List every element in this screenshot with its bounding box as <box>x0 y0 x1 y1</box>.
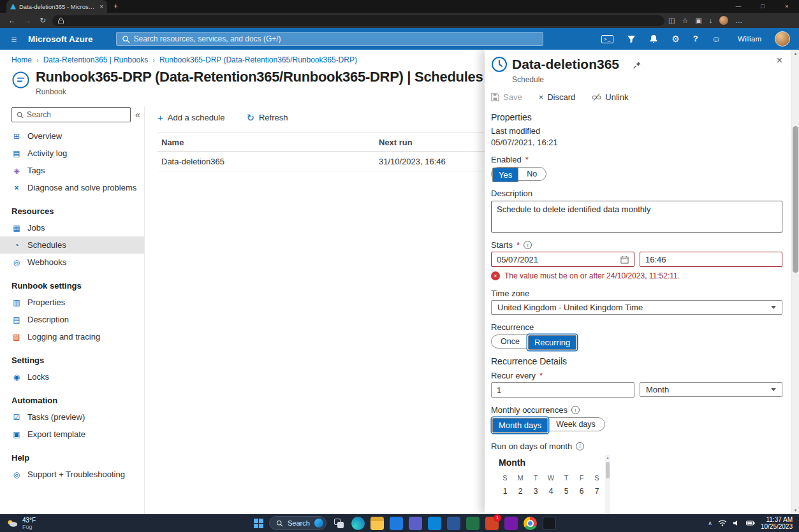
sidebar-collapse-icon[interactable]: « <box>135 110 140 120</box>
breadcrumb-runbooks[interactable]: Data-Retention365 | Runbooks <box>43 55 149 64</box>
azure-search-input[interactable] <box>134 34 538 43</box>
refresh-button[interactable]: ↻ Refresh <box>246 113 288 122</box>
sidebar-item-overview[interactable]: ⊞Overview <box>0 127 144 145</box>
weather-widget[interactable]: 43°F Fog <box>0 517 36 530</box>
sidebar-item-webhooks[interactable]: ◎Webhooks <box>0 254 144 271</box>
start-button[interactable] <box>254 519 263 528</box>
task-view-icon[interactable] <box>332 517 346 530</box>
portal-menu-icon[interactable]: ≡ <box>0 34 28 45</box>
save-button[interactable]: Save <box>491 92 522 102</box>
sidebar-item-support[interactable]: ◎Support + Troubleshooting <box>0 466 144 483</box>
sidebar-item-export-template[interactable]: ▣Export template <box>0 426 144 443</box>
sidebar-item-jobs[interactable]: ▦Jobs <box>0 219 144 236</box>
calendar-scrollbar[interactable]: ▲ <box>605 455 610 514</box>
powerpoint-icon[interactable]: 1 <box>485 517 499 530</box>
help-icon[interactable]: ? <box>693 34 698 43</box>
address-bar[interactable] <box>52 15 664 26</box>
notifications-bell-icon[interactable] <box>649 34 658 43</box>
settings-gear-icon[interactable]: ⚙ <box>671 34 680 43</box>
sidebar-item-activity-log[interactable]: ▤Activity log <box>0 145 144 162</box>
collections-icon[interactable]: ▣ <box>695 17 701 25</box>
sidebar-item-description[interactable]: ▤Description <box>0 311 144 328</box>
recur-every-field[interactable] <box>491 382 634 398</box>
browser-profile-avatar[interactable] <box>719 16 728 25</box>
excel-icon[interactable] <box>466 517 480 530</box>
recur-unit-select[interactable]: Month <box>640 382 782 397</box>
day-cell[interactable]: 2 <box>513 487 528 496</box>
sidebar-item-logging[interactable]: ▧Logging and tracing <box>0 328 144 345</box>
sidebar-item-diagnose[interactable]: ×Diagnose and solve problems <box>0 179 144 196</box>
start-date-field[interactable] <box>491 252 634 267</box>
sidebar-item-properties[interactable]: ▥Properties <box>0 294 144 311</box>
day-cell[interactable]: 4 <box>543 487 559 496</box>
outlook-icon[interactable] <box>428 517 441 530</box>
panel-close-button[interactable]: × <box>777 55 782 66</box>
battery-icon[interactable] <box>746 521 755 526</box>
clock-widget[interactable]: 11:37 AM 10/25/2023 <box>761 516 793 530</box>
chrome-icon[interactable] <box>524 517 537 530</box>
window-close-button[interactable]: × <box>775 0 799 13</box>
sidebar-item-schedules[interactable]: ◔Schedules <box>0 236 144 254</box>
scrollbar-thumb[interactable] <box>606 462 610 478</box>
scroll-up-icon[interactable]: ▲ <box>791 50 799 57</box>
breadcrumb-current[interactable]: Runbook365-DRP (Data-Retention365/Runboo… <box>159 55 357 64</box>
window-minimize-button[interactable]: — <box>726 0 751 13</box>
terminal-icon[interactable] <box>543 517 556 530</box>
feedback-smiley-icon[interactable]: ☺ <box>712 34 721 43</box>
day-cell[interactable]: 3 <box>528 487 543 496</box>
recurrence-recurring-option[interactable]: Recurring <box>528 335 576 350</box>
directory-filter-icon[interactable] <box>627 35 636 43</box>
browser-menu-icon[interactable]: … <box>735 17 742 24</box>
breadcrumb-home[interactable]: Home <box>11 55 32 64</box>
calendar-icon[interactable] <box>620 255 629 264</box>
day-cell[interactable]: 7 <box>589 487 605 496</box>
monthly-month-days-option[interactable]: Month days <box>492 418 548 433</box>
discard-button[interactable]: × Discard <box>539 92 576 102</box>
scroll-up-icon[interactable]: ▲ <box>605 455 610 461</box>
info-icon[interactable]: i <box>524 241 532 249</box>
azure-search-box[interactable] <box>116 32 543 46</box>
word-icon[interactable] <box>447 517 460 530</box>
cloud-shell-icon[interactable]: >_ <box>601 35 613 43</box>
unlink-button[interactable]: Unlink <box>592 92 628 102</box>
sidebar-search-box[interactable] <box>11 107 131 122</box>
browser-refresh-button[interactable]: ↻ <box>37 16 48 25</box>
tray-expand-icon[interactable]: ∧ <box>708 520 712 526</box>
panel-pin-icon[interactable] <box>633 61 641 69</box>
new-tab-button[interactable]: + <box>114 2 118 11</box>
taskbar-search[interactable]: Search <box>269 516 326 530</box>
add-schedule-button[interactable]: + Add a schedule <box>158 113 224 122</box>
info-icon[interactable]: i <box>576 442 584 450</box>
recur-every-input[interactable] <box>497 385 629 395</box>
start-date-input[interactable] <box>497 255 620 264</box>
browser-tab[interactable]: Data-deletion365 - Microsoft A × <box>6 0 107 13</box>
onenote-icon[interactable] <box>504 517 518 530</box>
scrollbar-thumb[interactable] <box>793 126 798 273</box>
volume-icon[interactable] <box>733 520 740 526</box>
sidebar-item-tasks-preview[interactable]: ☑Tasks (preview) <box>0 408 144 426</box>
column-header-next-run[interactable]: Next run <box>379 138 413 147</box>
page-scrollbar[interactable]: ▲ ▼ <box>791 50 799 514</box>
day-cell[interactable]: 1 <box>497 487 513 496</box>
column-header-name[interactable]: Name <box>158 138 379 147</box>
monthly-week-days-option[interactable]: Week days <box>548 418 604 431</box>
scroll-down-icon[interactable]: ▼ <box>791 507 799 514</box>
forward-button[interactable]: → <box>22 16 33 25</box>
azure-brand[interactable]: Microsoft Azure <box>28 34 93 44</box>
downloads-icon[interactable]: ↓ <box>709 17 713 24</box>
schedule-name-cell[interactable]: Data-deletion365 <box>158 157 379 166</box>
window-maximize-button[interactable]: □ <box>751 0 775 13</box>
enabled-yes-option[interactable]: Yes <box>492 168 518 182</box>
tab-close-icon[interactable]: × <box>99 3 103 10</box>
day-cell[interactable]: 5 <box>559 487 574 496</box>
user-avatar[interactable] <box>775 31 790 47</box>
split-screen-icon[interactable]: ◫ <box>668 17 675 25</box>
sidebar-item-locks[interactable]: ◉Locks <box>0 368 144 385</box>
file-explorer-icon[interactable] <box>370 517 384 530</box>
info-icon[interactable]: i <box>571 406 580 414</box>
wifi-icon[interactable] <box>718 520 727 526</box>
back-button[interactable]: ← <box>6 16 18 25</box>
edge-icon[interactable] <box>351 517 365 530</box>
start-time-field[interactable] <box>640 252 782 267</box>
timezone-select[interactable]: United Kingdom - United Kingdom Time <box>491 300 782 315</box>
